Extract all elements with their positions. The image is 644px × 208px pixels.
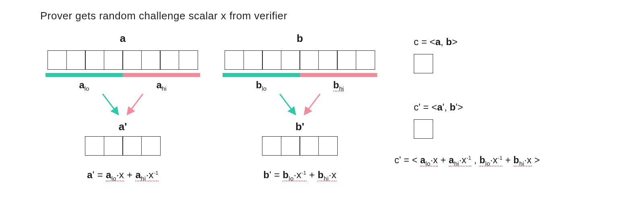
cell bbox=[85, 50, 104, 70]
column-c: c = <a, b> c' = <a', b'> c' = < alo·x + … bbox=[394, 32, 620, 167]
a-hi-label: ahi bbox=[123, 79, 200, 92]
cell bbox=[299, 50, 319, 70]
svg-line-1 bbox=[128, 94, 143, 114]
cell bbox=[299, 136, 319, 156]
cell bbox=[179, 50, 198, 70]
cell bbox=[244, 50, 263, 70]
svg-line-0 bbox=[103, 94, 118, 114]
vector-a-split-bar bbox=[36, 73, 209, 77]
vector-b-cells bbox=[213, 50, 386, 70]
c-scalar-box bbox=[414, 54, 433, 73]
column-a: a alo ahi bbox=[36, 32, 209, 182]
cell bbox=[104, 50, 123, 70]
vector-b-split-bar bbox=[213, 73, 386, 77]
cell bbox=[318, 136, 338, 156]
svg-line-2 bbox=[280, 94, 295, 114]
cell bbox=[122, 50, 142, 70]
cell bbox=[66, 50, 86, 70]
cell bbox=[337, 50, 356, 70]
svg-line-3 bbox=[305, 94, 320, 114]
column-b: b blo bhi bbox=[213, 32, 386, 182]
a-prime-formula: a' = alo·x + ahi·x-1 bbox=[36, 169, 209, 182]
b-prime-formula: b' = blo·x-1 + bhi·x bbox=[213, 169, 386, 182]
cell bbox=[141, 136, 161, 156]
c-prime-formula: c' = < alo·x + ahi·x-1 , blo·x-1 + bhi·x… bbox=[394, 155, 620, 167]
cell bbox=[262, 136, 281, 156]
c-prime-scalar-box bbox=[414, 119, 433, 139]
cell bbox=[356, 50, 375, 70]
pink-bar bbox=[300, 73, 377, 77]
teal-bar bbox=[223, 73, 300, 77]
cell bbox=[281, 136, 300, 156]
cell bbox=[318, 50, 338, 70]
fold-arrows-a bbox=[36, 92, 209, 122]
cell bbox=[160, 50, 179, 70]
diagram-canvas: Prover gets random challenge scalar x fr… bbox=[0, 0, 644, 208]
cell bbox=[104, 136, 123, 156]
diagram-title: Prover gets random challenge scalar x fr… bbox=[40, 10, 287, 22]
c-equation: c = <a, b> bbox=[414, 36, 620, 48]
fold-arrows-b bbox=[213, 92, 386, 122]
b-hi-label: bhi bbox=[300, 79, 377, 92]
vector-a-label: a bbox=[36, 32, 209, 45]
teal-bar bbox=[45, 73, 123, 77]
cell bbox=[85, 136, 104, 156]
vector-a-half-labels: alo ahi bbox=[36, 79, 209, 92]
vector-a-cells bbox=[36, 50, 209, 70]
a-prime-label: a' bbox=[36, 121, 209, 133]
vector-b-label: b bbox=[213, 32, 386, 45]
pink-bar bbox=[123, 73, 200, 77]
c-prime-equation: c' = <a', b'> bbox=[414, 102, 620, 113]
a-prime-cells bbox=[36, 136, 209, 156]
cell bbox=[225, 50, 244, 70]
b-prime-cells bbox=[213, 136, 386, 156]
b-prime-label: b' bbox=[213, 121, 386, 133]
a-lo-label: alo bbox=[45, 79, 123, 92]
cell bbox=[47, 50, 67, 70]
b-lo-label: blo bbox=[223, 79, 300, 92]
vector-b-half-labels: blo bhi bbox=[213, 79, 386, 92]
cell bbox=[281, 50, 300, 70]
cell bbox=[141, 50, 161, 70]
cell bbox=[262, 50, 281, 70]
cell bbox=[122, 136, 142, 156]
